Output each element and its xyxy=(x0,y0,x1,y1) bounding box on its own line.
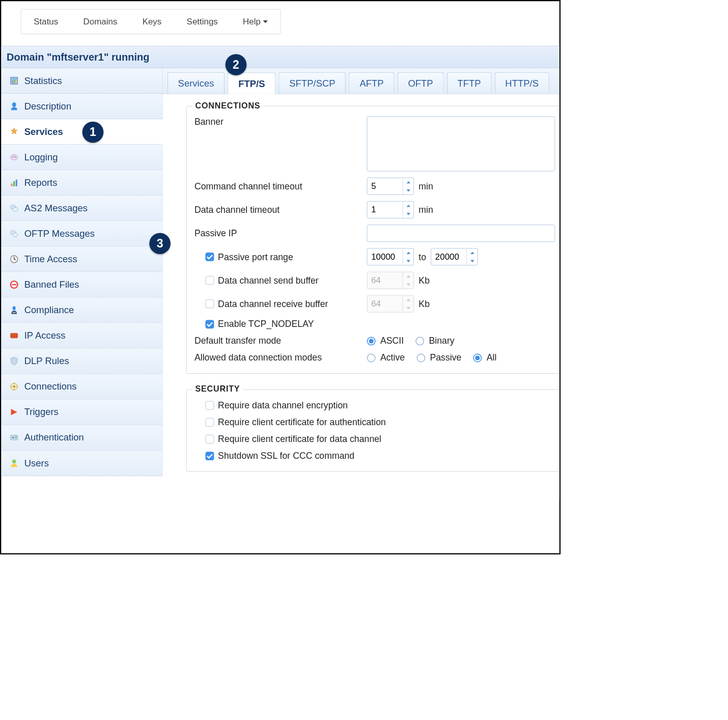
log-icon xyxy=(9,153,18,162)
svg-point-5 xyxy=(11,154,18,160)
conn-mode-active-label: Active xyxy=(380,352,405,363)
sidebar-item-statistics[interactable]: Statistics xyxy=(1,68,162,94)
tab-http-s[interactable]: HTTP/S xyxy=(495,72,549,94)
svg-point-14 xyxy=(13,233,18,237)
pp-from-down[interactable] xyxy=(403,257,414,265)
passive-port-label: Passive port range xyxy=(218,252,293,262)
tab-aftp[interactable]: AFTP xyxy=(349,72,395,94)
passive-ip-label: Passive IP xyxy=(194,228,367,239)
sidebar-item-label: Triggers xyxy=(24,406,59,418)
data-timeout-up[interactable] xyxy=(403,202,414,210)
require-client-cert-data-checkbox[interactable] xyxy=(205,435,214,444)
desc-icon xyxy=(9,101,18,110)
tab-sftp-scp[interactable]: SFTP/SCP xyxy=(279,72,346,94)
menu-settings[interactable]: Settings xyxy=(174,9,230,34)
svg-rect-17 xyxy=(12,284,16,285)
svg-point-26 xyxy=(12,436,14,438)
require-data-enc-checkbox[interactable] xyxy=(205,401,214,409)
callout-1: 1 xyxy=(82,122,104,143)
sidebar-item-label: Reports xyxy=(24,177,58,188)
sidebar-item-ip-access[interactable]: IP Access xyxy=(1,323,162,348)
svg-rect-1 xyxy=(12,81,13,84)
sidebar-item-connections[interactable]: Connections xyxy=(1,374,162,400)
svg-rect-8 xyxy=(11,183,13,186)
rb-up xyxy=(403,296,414,304)
sidebar-item-compliance[interactable]: Compliance xyxy=(1,297,162,323)
recv-buffer-unit: Kb xyxy=(418,298,430,309)
sidebar-item-oftp-messages[interactable]: OFTP Messages xyxy=(1,221,162,246)
svg-rect-25 xyxy=(11,435,18,440)
send-buffer-label: Data channel send buffer xyxy=(218,275,319,286)
svg-point-4 xyxy=(12,102,16,107)
menu-status[interactable]: Status xyxy=(21,9,71,34)
sidebar-item-dlp-rules[interactable]: DLP Rules xyxy=(1,349,162,374)
connections-legend: CONNECTIONS xyxy=(192,101,263,110)
svg-point-29 xyxy=(12,459,16,463)
passive-ip-input[interactable] xyxy=(367,225,555,242)
banner-label: Banner xyxy=(194,117,367,127)
pp-from-up[interactable] xyxy=(403,248,414,257)
transfer-mode-ascii-radio[interactable] xyxy=(367,337,376,345)
svg-rect-10 xyxy=(16,180,17,186)
menu-domains[interactable]: Domains xyxy=(71,9,130,34)
cmd-timeout-down[interactable] xyxy=(403,186,414,195)
data-timeout-down[interactable] xyxy=(403,210,414,218)
sidebar-item-users[interactable]: Users xyxy=(1,451,162,476)
shutdown-ssl-checkbox[interactable] xyxy=(205,452,214,460)
data-timeout-input[interactable] xyxy=(367,202,402,218)
shutdown-ssl-label: Shutdown SSL for CCC command xyxy=(218,451,354,461)
transfer-mode-binary-radio[interactable] xyxy=(415,337,424,345)
sidebar-item-triggers[interactable]: Triggers xyxy=(1,400,162,425)
conn-mode-active-radio[interactable] xyxy=(367,353,376,362)
menu-help[interactable]: Help xyxy=(230,9,280,34)
sidebar-item-services[interactable]: Services1 xyxy=(1,119,162,145)
domain-status-bar: Domain "mftserver1" running xyxy=(1,46,559,68)
sidebar-item-as2-messages[interactable]: AS2 Messages xyxy=(1,196,162,221)
tab-ftp-s[interactable]: FTP/S xyxy=(228,72,275,94)
passive-port-to-input[interactable] xyxy=(431,248,466,265)
svg-rect-19 xyxy=(13,312,16,313)
data-timeout-spinner[interactable] xyxy=(367,201,414,218)
trig-icon xyxy=(9,407,18,417)
conn-mode-passive-radio[interactable] xyxy=(416,353,425,362)
sidebar-item-banned-files[interactable]: Banned Files xyxy=(1,272,162,297)
passive-port-from-spinner[interactable] xyxy=(367,248,414,265)
sidebar-item-time-access[interactable]: Time Access xyxy=(1,246,162,272)
passive-port-from-input[interactable] xyxy=(367,248,402,265)
passive-port-checkbox[interactable] xyxy=(205,253,214,261)
tab-services[interactable]: Services xyxy=(167,72,225,94)
pp-to-down[interactable] xyxy=(467,257,478,265)
send-buffer-checkbox[interactable] xyxy=(205,276,214,285)
sidebar-item-label: Banned Files xyxy=(24,279,79,290)
sidebar-item-label: Time Access xyxy=(24,254,77,265)
svg-rect-2 xyxy=(14,79,15,84)
svg-rect-22 xyxy=(11,337,18,337)
sidebar-item-description[interactable]: Description xyxy=(1,94,162,119)
cmd-timeout-up[interactable] xyxy=(403,178,414,186)
recv-buffer-checkbox[interactable] xyxy=(205,299,214,308)
conn-modes-label: Allowed data connection modes xyxy=(194,352,367,363)
svg-rect-20 xyxy=(11,334,18,338)
tab-oftp[interactable]: OFTP xyxy=(398,72,444,94)
transfer-mode-binary-label: Binary xyxy=(429,336,454,346)
top-menu-bar: Status Domains Keys Settings Help xyxy=(1,1,559,46)
svg-rect-21 xyxy=(11,335,18,336)
banner-input[interactable] xyxy=(367,117,555,172)
security-legend: SECURITY xyxy=(192,384,243,394)
sb-up xyxy=(403,272,414,280)
menu-keys[interactable]: Keys xyxy=(130,9,174,34)
sidebar-item-authentication[interactable]: Authentication xyxy=(1,425,162,451)
cmd-timeout-spinner[interactable] xyxy=(367,178,414,195)
sidebar-item-reports[interactable]: Reports xyxy=(1,170,162,196)
pp-to-up[interactable] xyxy=(467,248,478,257)
nodelay-checkbox[interactable] xyxy=(205,320,214,328)
cmd-timeout-input[interactable] xyxy=(367,178,402,195)
require-client-cert-auth-checkbox[interactable] xyxy=(205,418,214,426)
sidebar-item-logging[interactable]: Logging xyxy=(1,145,162,170)
conn-mode-all-radio[interactable] xyxy=(473,353,482,362)
passive-port-to-label: to xyxy=(418,252,426,262)
passive-port-to-spinner[interactable] xyxy=(431,248,478,265)
svg-point-6 xyxy=(12,156,13,157)
tab-tftp[interactable]: TFTP xyxy=(447,72,492,94)
ip-icon xyxy=(9,331,18,340)
